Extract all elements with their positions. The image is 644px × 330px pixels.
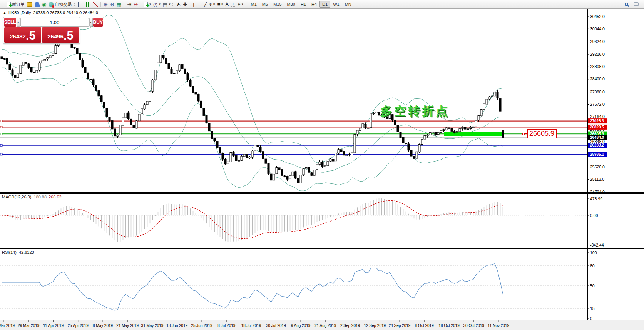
text-label-tool-button[interactable]: T [230, 2, 237, 7]
svg-text:50: 50 [590, 283, 595, 288]
price-callout-box[interactable]: 26605.9 [527, 129, 557, 138]
template-icon: ▤ [163, 2, 167, 7]
svg-text:24704.0: 24704.0 [590, 190, 605, 194]
buy-button[interactable]: BUY [93, 18, 103, 27]
toolbar-separator [190, 2, 190, 7]
chart-shift-button[interactable]: ↦ [132, 2, 139, 7]
vertical-line-button[interactable]: | [192, 2, 195, 7]
trendline-button[interactable]: ╱ [203, 2, 208, 7]
svg-text:26484.0: 26484.0 [590, 135, 604, 140]
svg-text:12 Sep 2019: 12 Sep 2019 [364, 323, 386, 328]
candlestick-icon [85, 2, 90, 7]
collapse-triangle-icon[interactable]: ▲ [3, 11, 6, 15]
highlight-zone[interactable] [444, 132, 502, 136]
toolbar-grip [172, 2, 174, 7]
chart-background [0, 9, 644, 330]
line-chart-mode-button[interactable] [91, 2, 99, 7]
indicators-button[interactable]: ✚ ▾ [142, 1, 152, 7]
bar-chart-icon [78, 2, 83, 7]
buy-price-main: 26496 [47, 32, 64, 42]
svg-text:8 Oct 2019: 8 Oct 2019 [415, 323, 434, 328]
svg-text:29624.0: 29624.0 [590, 39, 605, 44]
toolbar-separator [141, 2, 141, 7]
toolbar-grip [3, 2, 4, 7]
charts-button[interactable] [26, 2, 33, 7]
volume-decrease-button[interactable]: ▼ [17, 18, 20, 27]
signals-button[interactable]: ◉ [41, 2, 47, 7]
svg-text:100: 100 [590, 250, 597, 255]
bar-chart-mode-button[interactable] [77, 2, 84, 7]
rsi-value: 42.6123 [19, 250, 34, 255]
profile-icon [35, 2, 40, 7]
timeframe-button-D1[interactable]: D1 [319, 1, 330, 8]
svg-text:8 Jul 2019: 8 Jul 2019 [217, 323, 236, 328]
chart-title: ▲ HK50-,Daily 26736.0 26738.0 26440.0 26… [3, 10, 98, 15]
svg-text:25 Jun 2019: 25 Jun 2019 [191, 323, 212, 328]
svg-text:30 Jul 2019: 30 Jul 2019 [266, 323, 286, 328]
toolbar-separator [124, 2, 124, 7]
svg-text:13 Jun 2019: 13 Jun 2019 [166, 323, 187, 328]
timeframe-button-W1[interactable]: W1 [330, 1, 342, 8]
chat-icon[interactable] [634, 2, 639, 6]
profile-button[interactable] [33, 1, 41, 7]
svg-text:21 May 2019: 21 May 2019 [116, 323, 139, 328]
chart-ohlc-values: 26736.0 26738.0 26440.0 26484.0 [33, 10, 98, 15]
zoom-in-button[interactable]: ⊕ [102, 2, 109, 7]
indicators-icon: ✚ [144, 2, 148, 7]
sell-button[interactable]: SELL [4, 18, 16, 27]
horizontal-line-button[interactable]: — [196, 2, 203, 7]
svg-text:29216.0: 29216.0 [590, 52, 605, 57]
timeframe-button-H1[interactable]: H1 [298, 1, 309, 8]
shapes-icon: ◆ [238, 3, 240, 6]
channel-tag: E [213, 3, 215, 6]
cursor-button[interactable]: ➤ [175, 0, 182, 8]
timeframe-button-M15[interactable]: M15 [271, 1, 284, 8]
charts-icon [27, 2, 32, 7]
svg-text:0: 0 [590, 316, 592, 321]
fibonacci-button[interactable]: ≡F [216, 2, 224, 7]
macd-name: MACD(12,26,9) [2, 195, 31, 199]
chevron-down-icon: ▾ [159, 3, 161, 6]
auto-scroll-button[interactable]: ⇥ [126, 2, 132, 7]
svg-text:25 Apr 2019: 25 Apr 2019 [68, 323, 89, 328]
svg-text:31 May 2019: 31 May 2019 [141, 323, 164, 328]
toolbar-separator [100, 2, 101, 7]
svg-text:24 Sep 2019: 24 Sep 2019 [389, 323, 411, 328]
search-icon[interactable] [625, 3, 628, 6]
chart-window[interactable]: 30452.030044.029624.029216.028808.028400… [0, 9, 644, 330]
toolbar-grip [74, 2, 75, 7]
chevron-down-icon: ▾ [169, 3, 171, 6]
signals-icon: ◉ [42, 2, 46, 7]
timeframe-button-H4[interactable]: H4 [309, 1, 319, 8]
candlestick-mode-button[interactable] [84, 2, 91, 7]
sell-price-box[interactable]: 26482 .5 [4, 27, 41, 43]
chart-canvas[interactable]: 30452.030044.029624.029216.028808.028400… [0, 9, 644, 330]
zoom-out-button[interactable]: ⊖ [109, 2, 115, 7]
autotrading-button[interactable]: 自动交易 [47, 1, 73, 8]
templates-button[interactable]: ▤ ▾ [162, 2, 172, 7]
chart-symbol-period: HK50-,Daily [8, 10, 31, 15]
channel-icon: ≡ [208, 1, 213, 7]
svg-text:30452.0: 30452.0 [590, 14, 605, 19]
timeframe-button-M5[interactable]: M5 [259, 1, 271, 8]
crosshair-button[interactable]: ✚ [182, 2, 188, 7]
text-tool-button[interactable]: A [224, 2, 230, 7]
periods-button[interactable]: ◷ ▾ [152, 2, 162, 7]
one-click-trading-panel: SELL ▼ ▲ BUY 26482 .5 26496 .5 [3, 17, 80, 44]
timeframe-button-M30[interactable]: M30 [284, 1, 298, 8]
svg-text:25935.1: 25935.1 [590, 152, 604, 157]
svg-text:18 Jul 2019: 18 Jul 2019 [241, 323, 261, 328]
equidistant-channel-button[interactable]: ≡E [208, 2, 216, 7]
macd-main-value: 180.88 [33, 195, 47, 199]
volume-increase-button[interactable]: ▲ [89, 18, 93, 27]
arrows-tool-button[interactable]: ◆ ▾ [236, 2, 244, 7]
tile-windows-button[interactable]: ▦ [115, 2, 122, 7]
buy-price-box[interactable]: 26496 .5 [42, 27, 79, 43]
volume-input[interactable] [20, 18, 89, 27]
timeframe-button-M1[interactable]: M1 [248, 1, 259, 8]
svg-text:15: 15 [590, 306, 595, 311]
toolbar-grip [246, 2, 247, 7]
line-chart-icon [92, 2, 98, 7]
timeframe-button-MN[interactable]: MN [342, 1, 354, 8]
new-order-button[interactable]: ✚ 新订单 [5, 1, 26, 8]
